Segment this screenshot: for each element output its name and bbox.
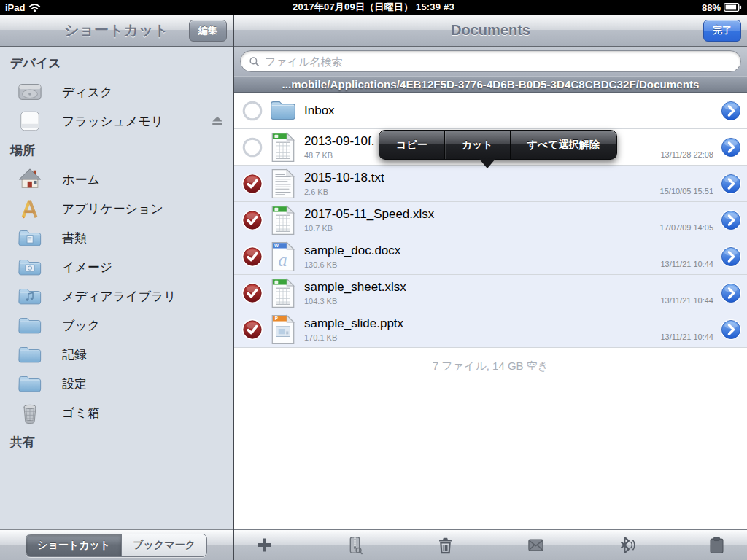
sidebar-item-label: ブック <box>62 317 100 334</box>
file-select-checkbox[interactable] <box>241 100 263 122</box>
zip-button[interactable] <box>342 533 367 558</box>
context-menu: コピー カット すべて選択解除 <box>379 130 617 160</box>
search-icon <box>249 56 260 67</box>
sidebar-section-devices: デバイス <box>0 48 233 77</box>
disclosure-button[interactable] <box>720 173 742 195</box>
delete-icon <box>436 535 455 555</box>
sidebar-item-media-library[interactable]: メディアライブラリ <box>0 281 233 311</box>
context-menu-item-1[interactable]: カット <box>444 131 510 159</box>
sidebar-header: ショートカット 編集 <box>0 15 233 47</box>
context-menu-item-label: カット <box>462 139 493 152</box>
context-menu-arrow <box>479 159 495 168</box>
eject-icon[interactable] <box>211 114 224 127</box>
disclosure-button[interactable] <box>720 319 742 341</box>
file-date: 13/11/28 22:08 <box>660 150 713 159</box>
breadcrumb-path: ...mobile/Applications/4EB12F5D-3776-4D6… <box>234 76 747 93</box>
folder-camera-icon <box>18 254 42 279</box>
file-name: sample_doc.docx <box>304 244 747 258</box>
file-name: sample_sheet.xlsx <box>304 280 747 295</box>
search-field[interactable] <box>240 50 741 72</box>
file-select-checkbox[interactable] <box>241 246 263 268</box>
edit-button[interactable]: 編集 <box>189 20 227 42</box>
file-select-checkbox[interactable] <box>241 136 263 158</box>
docx-file-icon <box>270 241 296 272</box>
disclosure-button[interactable] <box>720 100 742 122</box>
file-select-checkbox[interactable] <box>241 173 263 195</box>
tab-label: ショートカット <box>37 539 110 552</box>
sidebar-item-documents[interactable]: 書類 <box>0 223 233 252</box>
folder-icon <box>18 342 42 367</box>
sidebar-item-settings[interactable]: 設定 <box>0 369 233 398</box>
sidebar-item-images[interactable]: イメージ <box>0 252 233 281</box>
battery-percent: 88% <box>702 2 721 13</box>
zip-icon <box>345 535 365 555</box>
sidebar-item-disk[interactable]: ディスク <box>0 77 233 106</box>
sidebar-title: ショートカット <box>64 20 169 40</box>
folder-doc-icon <box>18 225 42 250</box>
disclosure-button[interactable] <box>720 136 742 158</box>
sidebar-section-label: 共有 <box>10 434 35 451</box>
file-row[interactable]: Inbox <box>234 93 747 129</box>
file-row[interactable]: sample_slide.pptx 170.1 KB 13/11/21 10:4… <box>234 311 747 348</box>
tab-shortcuts[interactable]: ショートカット <box>26 534 121 556</box>
main-header: Documents 完了 <box>234 15 747 47</box>
file-name: 2015-10-18.txt <box>304 171 747 185</box>
page-title: Documents <box>451 22 530 39</box>
file-date: 13/11/21 10:44 <box>660 332 713 341</box>
sidebar-item-label: ディスク <box>62 84 113 101</box>
sidebar-item-records[interactable]: 記録 <box>0 340 233 369</box>
txt-file-icon <box>270 168 296 199</box>
disclosure-button[interactable] <box>720 246 742 268</box>
sidebar-tabs: ショートカット ブックマーク <box>26 534 207 557</box>
folder-music-icon <box>18 284 42 308</box>
sidebar-item-label: メディアライブラリ <box>62 288 177 305</box>
file-count-summary: 7 ファイル, 14 GB 空き <box>234 348 747 384</box>
folder-icon <box>18 313 42 338</box>
sidebar-item-flash-memory[interactable]: フラッシュメモリ <box>0 106 233 136</box>
wifi-icon <box>28 3 41 12</box>
sidebar-item-label: 書類 <box>62 230 87 246</box>
bluetooth-button[interactable] <box>614 533 639 558</box>
pptx-file-icon <box>270 314 296 345</box>
xlsx-file-icon <box>270 205 296 236</box>
done-button[interactable]: 完了 <box>703 20 741 42</box>
search-input[interactable] <box>265 55 732 68</box>
paste-button[interactable] <box>705 533 729 558</box>
sidebar-list: デバイス ディスク フラッシュメモリ 場所 ホーム アプリケーション 書類 イメ… <box>0 47 233 529</box>
sidebar-item-trash[interactable]: ゴミ箱 <box>0 398 233 427</box>
status-datetime: 2017年07月09日（日曜日） 15:39 #3 <box>115 1 632 14</box>
file-select-checkbox[interactable] <box>241 319 263 341</box>
file-row[interactable]: sample_doc.docx 130.6 KB 13/11/21 10:44 <box>234 238 747 275</box>
delete-button[interactable] <box>433 533 457 558</box>
file-date: 15/10/05 15:51 <box>660 187 713 195</box>
disclosure-button[interactable] <box>720 209 742 231</box>
sidebar-item-label: 記録 <box>62 346 87 363</box>
disclosure-button[interactable] <box>720 282 742 304</box>
list-empty-area <box>234 384 747 529</box>
sidebar-item-label: ゴミ箱 <box>62 405 100 421</box>
sidebar-item-label: ホーム <box>62 171 100 188</box>
file-row[interactable]: 2017-05-11_Speed.xlsx 10.7 KB 17/07/09 1… <box>234 202 747 238</box>
context-menu-item-0[interactable]: コピー <box>379 131 444 159</box>
file-row[interactable]: sample_sheet.xlsx 104.3 KB 13/11/21 10:4… <box>234 275 747 311</box>
file-date: 17/07/09 14:05 <box>660 223 713 232</box>
context-menu-item-2[interactable]: すべて選択解除 <box>510 131 616 159</box>
file-select-checkbox[interactable] <box>241 209 263 231</box>
tab-bookmarks[interactable]: ブックマーク <box>121 534 206 556</box>
sidebar-item-applications[interactable]: アプリケーション <box>0 194 233 223</box>
status-bar: iPad 2017年07月09日（日曜日） 15:39 #3 88% <box>0 0 747 15</box>
sidebar-item-books[interactable]: ブック <box>0 311 233 340</box>
file-row[interactable]: 2015-10-18.txt 2.6 KB 15/10/05 15:51 <box>234 166 747 202</box>
sidebar-item-home[interactable]: ホーム <box>0 165 233 194</box>
sidebar-section-label: デバイス <box>10 55 61 71</box>
mail-button[interactable] <box>524 533 549 558</box>
file-select-checkbox[interactable] <box>241 282 263 304</box>
unchecked-circle-icon <box>241 100 263 122</box>
sidebar-item-label: イメージ <box>62 259 112 276</box>
flash-icon <box>18 109 42 133</box>
file-date: 13/11/21 10:44 <box>660 296 713 305</box>
add-button[interactable] <box>252 533 276 558</box>
carrier-label: iPad <box>5 2 25 13</box>
folder-icon <box>18 371 42 396</box>
battery-icon <box>724 2 742 12</box>
